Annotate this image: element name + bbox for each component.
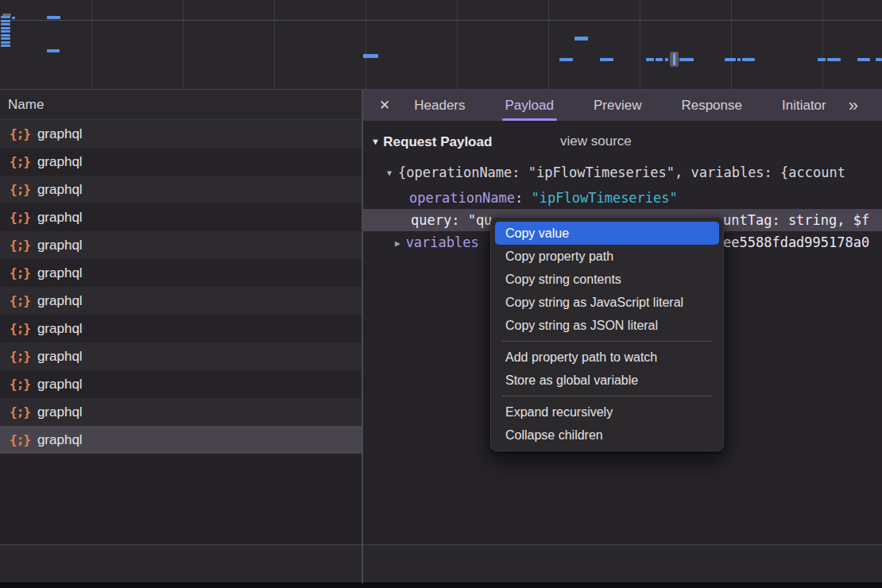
timeline-row-divider bbox=[0, 20, 882, 21]
json-request-icon: {;} bbox=[10, 287, 30, 315]
json-request-icon: {;} bbox=[10, 148, 30, 176]
menu-item-add-property-path-to-watch[interactable]: Add property path to watch bbox=[491, 346, 723, 369]
summary-bar bbox=[0, 544, 882, 582]
timeline-request-bar bbox=[646, 58, 654, 61]
request-row[interactable]: {;}graphql bbox=[0, 287, 362, 315]
timeline-request-bar bbox=[656, 58, 663, 61]
timeline-gridline bbox=[640, 0, 640, 89]
timeline-request-bar bbox=[857, 58, 870, 61]
menu-item-copy-value[interactable]: Copy value bbox=[495, 222, 719, 245]
name-column-label: Name bbox=[8, 97, 44, 112]
request-name: graphql bbox=[37, 426, 83, 454]
timeline-request-bar bbox=[827, 58, 841, 61]
request-name: graphql bbox=[37, 398, 83, 426]
timeline-request-bar bbox=[679, 58, 694, 61]
query-text: query: "qu bbox=[363, 209, 492, 231]
property-key: variables bbox=[406, 234, 479, 250]
timeline-request-bar bbox=[1, 30, 10, 33]
timeline-gridline bbox=[731, 0, 732, 89]
tab-response[interactable]: Response bbox=[678, 90, 745, 121]
request-row[interactable]: {;}graphql bbox=[0, 176, 362, 203]
network-overview-timeline[interactable] bbox=[0, 0, 882, 89]
request-payload-section[interactable]: ▼ Request Payload view source bbox=[363, 130, 882, 153]
request-name: graphql bbox=[37, 370, 83, 398]
request-name: graphql bbox=[37, 231, 83, 259]
more-tabs-icon[interactable]: » bbox=[849, 97, 858, 114]
json-request-icon: {;} bbox=[10, 176, 30, 203]
request-row[interactable]: {;}graphql bbox=[0, 370, 362, 398]
json-request-icon: {;} bbox=[10, 259, 30, 287]
menu-item-collapse-children[interactable]: Collapse children bbox=[491, 424, 723, 447]
timeline-request-bar bbox=[725, 58, 736, 61]
close-icon[interactable]: ✕ bbox=[379, 97, 390, 114]
window-bottom-edge bbox=[0, 582, 882, 588]
query-text-right: untTag: string, $f bbox=[723, 209, 882, 231]
timeline-request-bar bbox=[363, 54, 378, 58]
request-name: graphql bbox=[37, 176, 83, 203]
timeline-request-bar bbox=[600, 58, 613, 61]
request-name: graphql bbox=[37, 148, 83, 176]
timeline-request-bar bbox=[1, 16, 10, 18]
panel-splitter[interactable] bbox=[362, 90, 363, 583]
timeline-gridline bbox=[457, 0, 458, 89]
details-tabs: HeadersPayloadPreviewResponseInitiator bbox=[411, 90, 829, 121]
tab-headers[interactable]: Headers bbox=[411, 90, 468, 121]
json-request-icon: {;} bbox=[10, 315, 30, 342]
request-name: graphql bbox=[37, 120, 83, 148]
request-name: graphql bbox=[37, 342, 83, 370]
tab-preview[interactable]: Preview bbox=[590, 90, 644, 121]
menu-separator bbox=[501, 396, 713, 397]
request-name: graphql bbox=[37, 203, 83, 231]
timeline-request-bar bbox=[574, 37, 588, 41]
timeline-request-bar bbox=[47, 49, 60, 52]
request-row[interactable]: {;}graphql bbox=[0, 315, 362, 342]
request-row[interactable]: {;}graphql bbox=[0, 120, 362, 148]
devtools-network-panel: Name {;}graphql{;}graphql{;}graphql{;}gr… bbox=[0, 0, 882, 588]
timeline-gridline bbox=[822, 0, 823, 89]
menu-item-copy-string-as-javascript-literal[interactable]: Copy string as JavaScript literal bbox=[491, 291, 723, 314]
timeline-gridline bbox=[91, 0, 92, 89]
json-request-icon: {;} bbox=[10, 398, 30, 426]
menu-item-expand-recursively[interactable]: Expand recursively bbox=[491, 400, 723, 424]
network-main-area: Name {;}graphql{;}graphql{;}graphql{;}gr… bbox=[0, 89, 882, 544]
property-value: "ipFlowTimeseries" bbox=[532, 190, 678, 206]
menu-item-copy-property-path[interactable]: Copy property path bbox=[491, 245, 723, 268]
timeline-request-bar bbox=[1, 41, 10, 44]
timeline-gridline bbox=[183, 0, 184, 89]
json-request-icon: {;} bbox=[10, 370, 30, 398]
request-name: graphql bbox=[37, 259, 83, 287]
request-row[interactable]: {;}graphql bbox=[0, 148, 362, 176]
timeline-gridline bbox=[548, 0, 549, 89]
request-list: {;}graphql{;}graphql{;}graphql{;}graphql… bbox=[0, 120, 362, 454]
payload-preview-text: {operationName: "ipFlowTimeseries", vari… bbox=[398, 164, 845, 180]
timeline-gridline bbox=[274, 0, 275, 89]
timeline-request-bar bbox=[1, 34, 10, 37]
menu-item-store-as-global-variable[interactable]: Store as global variable bbox=[491, 369, 723, 392]
view-source-link[interactable]: view source bbox=[560, 130, 632, 153]
payload-preview-row[interactable]: ▼{operationName: "ipFlowTimeseries", var… bbox=[363, 161, 882, 184]
request-row[interactable]: {;}graphql bbox=[0, 203, 362, 231]
request-row[interactable]: {;}graphql bbox=[0, 342, 362, 370]
timeline-request-bar bbox=[742, 58, 755, 61]
request-list-panel: Name {;}graphql{;}graphql{;}graphql{;}gr… bbox=[0, 90, 362, 544]
timeline-request-bar bbox=[1, 27, 10, 29]
menu-item-copy-string-as-json-literal[interactable]: Copy string as JSON literal bbox=[491, 314, 723, 337]
operation-name-row[interactable]: operationName: "ipFlowTimeseries" bbox=[363, 187, 882, 209]
details-tabbar: ✕ HeadersPayloadPreviewResponseInitiator… bbox=[363, 90, 882, 121]
name-column-header[interactable]: Name bbox=[0, 90, 362, 120]
tab-payload[interactable]: Payload bbox=[502, 90, 557, 121]
timeline-request-bar bbox=[47, 16, 60, 19]
timeline-request-bar bbox=[818, 58, 826, 61]
request-row[interactable]: {;}graphql bbox=[0, 398, 362, 426]
timeline-request-bar bbox=[1, 44, 10, 47]
timeline-request-bar bbox=[1, 20, 10, 22]
tab-initiator[interactable]: Initiator bbox=[779, 90, 830, 121]
request-row[interactable]: {;}graphql bbox=[0, 231, 362, 259]
menu-item-copy-string-contents[interactable]: Copy string contents bbox=[491, 268, 723, 291]
collapse-triangle-icon: ▼ bbox=[371, 137, 380, 146]
timeline-gridline bbox=[366, 0, 366, 89]
json-request-icon: {;} bbox=[10, 203, 30, 231]
request-row[interactable]: {;}graphql bbox=[0, 259, 362, 287]
timeline-request-bar bbox=[1, 23, 10, 25]
request-row[interactable]: {;}graphql bbox=[0, 426, 362, 454]
